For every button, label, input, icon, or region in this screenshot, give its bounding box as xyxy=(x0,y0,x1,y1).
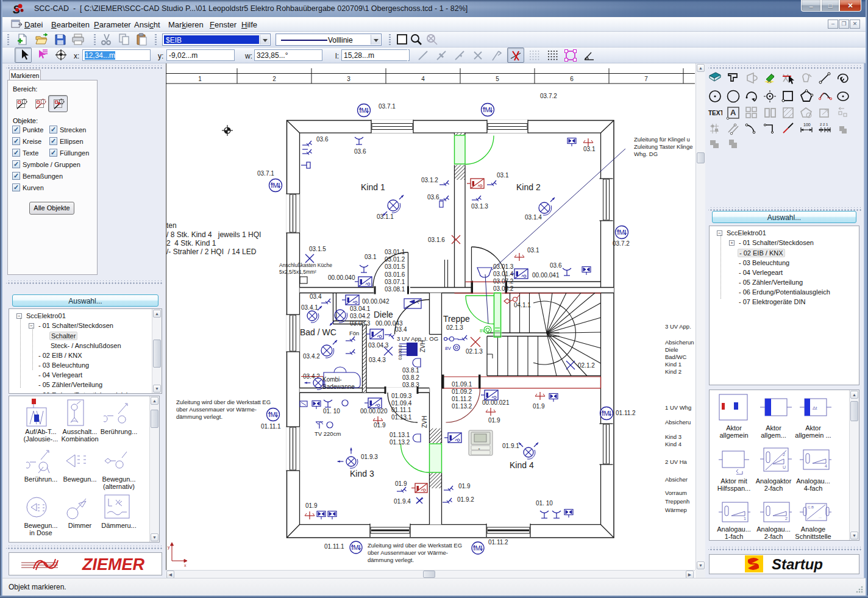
svg-text:Anschlußkasten Küche: Anschlußkasten Küche xyxy=(279,262,332,268)
svg-text:7: 7 xyxy=(644,76,648,82)
svg-text:03.7.1: 03.7.1 xyxy=(379,103,396,110)
svg-text:01.9: 01.9 xyxy=(395,480,407,487)
svg-text:03.1.2: 03.1.2 xyxy=(421,177,438,183)
svg-text:01.9: 01.9 xyxy=(305,502,318,509)
svg-text:03.08.3: 03.08.3 xyxy=(350,320,371,327)
svg-text:ten: ten xyxy=(166,221,177,230)
svg-text:A: A xyxy=(767,78,771,84)
svg-text:Kind 4: Kind 4 xyxy=(665,441,681,447)
svg-text:M: M xyxy=(619,229,624,236)
svg-text:01.11.2: 01.11.2 xyxy=(616,410,636,416)
svg-text:03.4.1: 03.4.1 xyxy=(301,304,318,311)
svg-text:03.7.1: 03.7.1 xyxy=(257,170,274,177)
svg-text:01.09.4: 01.09.4 xyxy=(391,400,412,407)
svg-text:U: U xyxy=(783,465,786,469)
svg-text:Kind 4: Kind 4 xyxy=(510,460,534,470)
svg-text:Zuleitung Taster Klinge: Zuleitung Taster Klinge xyxy=(634,143,692,150)
svg-text:M: M xyxy=(603,410,609,417)
svg-text:Zuleitung wird über die Werkst: Zuleitung wird über die Werkstatt EG xyxy=(368,542,462,549)
svg-text:Absicher: Absicher xyxy=(665,476,688,483)
svg-text:00.00.041: 00.00.041 xyxy=(532,272,560,279)
svg-text:03.01.3: 03.01.3 xyxy=(493,263,514,270)
svg-text:03.07.1: 03.07.1 xyxy=(385,279,405,285)
svg-text:Fön: Fön xyxy=(349,330,359,336)
svg-text:M: M xyxy=(361,107,366,114)
svg-text:Wärmep: Wärmep xyxy=(665,507,687,513)
svg-text:1 UV Whg: 1 UV Whg xyxy=(665,404,691,411)
svg-text:03.1.5: 03.1.5 xyxy=(309,246,326,252)
svg-text:C.B: C.B xyxy=(808,505,814,509)
svg-text:03.4.3: 03.4.3 xyxy=(369,357,386,363)
svg-text:01.9.2: 01.9.2 xyxy=(457,496,474,503)
svg-text:03.4: 03.4 xyxy=(310,293,322,300)
svg-text:03.01.4: 03.01.4 xyxy=(493,271,514,277)
svg-text:8V: 8V xyxy=(445,346,451,351)
svg-text:03.08.1: 03.08.1 xyxy=(385,286,405,293)
svg-text:01.11.1: 01.11.1 xyxy=(324,543,344,550)
svg-text:01.9.4: 01.9.4 xyxy=(394,498,411,505)
svg-text:03.4: 03.4 xyxy=(395,326,407,333)
svg-text:03.8.2: 03.8.2 xyxy=(402,374,419,381)
svg-text:A: A xyxy=(730,108,736,117)
svg-text:Treppe: Treppe xyxy=(443,314,470,324)
svg-text:Startup: Startup xyxy=(772,556,823,572)
svg-text:01.11.1: 01.11.1 xyxy=(391,407,411,413)
svg-text:01.9: 01.9 xyxy=(458,483,471,489)
svg-text:8V: 8V xyxy=(480,329,485,333)
svg-text:03.00.0: 03.00.0 xyxy=(397,344,403,360)
svg-text:Treppenh: Treppenh xyxy=(665,498,689,505)
svg-text:01. 10: 01. 10 xyxy=(536,500,553,507)
svg-text:Kind 1: Kind 1 xyxy=(361,182,385,192)
svg-text:02.1.3: 02.1.3 xyxy=(466,348,483,355)
svg-text:ZVH: ZVH xyxy=(421,416,428,428)
svg-text:M: M xyxy=(353,544,358,551)
svg-text:1: 1 xyxy=(744,516,746,521)
svg-text:01.9.1: 01.9.1 xyxy=(502,443,519,449)
svg-text:2 4 Stk. Kind 1: 2 4 Stk. Kind 1 xyxy=(166,239,216,247)
svg-text:01. 10: 01. 10 xyxy=(323,408,340,415)
svg-text:x: x xyxy=(184,563,187,568)
svg-text:1: 1 xyxy=(198,76,202,82)
svg-text:01.13.2: 01.13.2 xyxy=(390,439,410,446)
svg-text:03.01.6: 03.01.6 xyxy=(385,271,405,278)
svg-text:Diele: Diele xyxy=(665,346,678,353)
svg-text:01.09.2: 01.09.2 xyxy=(452,388,472,395)
svg-text:Whg. DG: Whg. DG xyxy=(634,151,658,157)
svg-text:...: ... xyxy=(819,515,822,519)
svg-text:5: 5 xyxy=(496,76,499,82)
svg-text:3: 3 xyxy=(347,76,350,82)
svg-text:100: 100 xyxy=(803,123,811,127)
svg-text:2: 2 xyxy=(783,452,785,457)
svg-text:03.01.1: 03.01.1 xyxy=(385,249,405,255)
svg-text:03.1: 03.1 xyxy=(365,254,377,260)
svg-text:03.6: 03.6 xyxy=(316,136,329,143)
svg-text:TEXT: TEXT xyxy=(708,110,722,116)
svg-text:6: 6 xyxy=(570,76,574,82)
svg-text:/- Strahler / 2 HQI / 14 LED: /- Strahler / 2 HQI / 14 LED xyxy=(166,247,257,256)
svg-text:01.11.2: 01.11.2 xyxy=(452,396,472,402)
svg-text:03.1.1: 03.1.1 xyxy=(377,213,394,220)
svg-text:03.7.2: 03.7.2 xyxy=(613,240,630,247)
svg-text:03.07.2: 03.07.2 xyxy=(493,278,514,285)
svg-text:2: 2 xyxy=(272,76,276,82)
svg-text:03.01.5: 03.01.5 xyxy=(385,263,405,270)
svg-text:dämmung verlegt.: dämmung verlegt. xyxy=(176,413,222,420)
svg-text:M: M xyxy=(270,411,276,418)
svg-text:Bad / WC: Bad / WC xyxy=(300,327,336,337)
svg-text:04.1.1: 04.1.1 xyxy=(514,302,531,308)
svg-text:M: M xyxy=(485,106,490,113)
svg-text:+: + xyxy=(478,447,480,450)
svg-text:y: y xyxy=(168,545,170,550)
svg-text:03.7.2: 03.7.2 xyxy=(540,93,557,99)
svg-text:01.13.2: 01.13.2 xyxy=(452,403,472,410)
svg-text:03.1.3: 03.1.3 xyxy=(471,203,488,210)
svg-text:Kind 2: Kind 2 xyxy=(516,182,541,192)
svg-text:00.00.042: 00.00.042 xyxy=(362,298,390,305)
svg-text:03.6: 03.6 xyxy=(427,194,439,201)
svg-text:03.8.3: 03.8.3 xyxy=(402,382,419,388)
svg-text:Kind 2: Kind 2 xyxy=(665,368,681,375)
svg-text:Vorraum: Vorraum xyxy=(665,489,687,496)
svg-text:4: 4 xyxy=(421,76,425,82)
svg-text:03.1: 03.1 xyxy=(497,172,509,179)
svg-text:2 2 1: 2 2 1 xyxy=(820,123,828,126)
